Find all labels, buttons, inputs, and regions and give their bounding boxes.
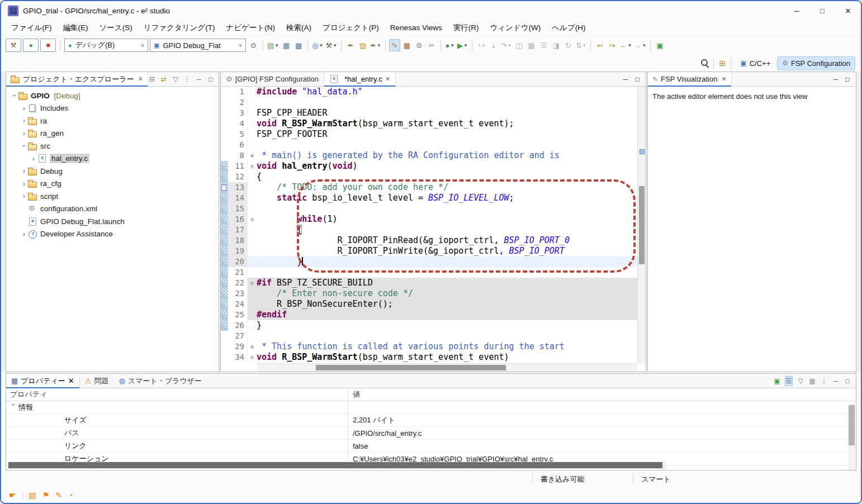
expand-arrow-icon[interactable]: › — [20, 192, 28, 200]
editor-vertical-scrollbar[interactable] — [637, 87, 646, 363]
back-icon[interactable]: ←▼ — [619, 39, 632, 51]
handbook-icon[interactable]: ▤ — [29, 491, 36, 500]
tree-item-ra-gen[interactable]: ›ra_gen — [6, 127, 219, 140]
dropdown-arrow-icon[interactable]: ▼ — [481, 43, 486, 48]
tree-item-hal-entry[interactable]: ›hal_entry.c — [6, 153, 219, 165]
launch-settings-gear-icon[interactable]: ⚙ — [248, 39, 259, 51]
view-menu-icon[interactable]: ⋮ — [820, 376, 828, 386]
dropdown-arrow-icon[interactable]: ▼ — [627, 43, 632, 48]
expand-arrow-icon[interactable]: › — [20, 167, 28, 175]
expand-arrow-icon[interactable]: › — [30, 155, 37, 163]
properties-vertical-scrollbar[interactable] — [848, 404, 855, 470]
fold-toggle-icon[interactable]: ⊖ — [247, 214, 257, 225]
fold-toggle-icon[interactable]: ⊖ — [247, 352, 257, 363]
property-row[interactable]: サイズ2,201 バイト — [6, 414, 856, 427]
minimize-view-icon[interactable]: ─ — [832, 376, 840, 386]
tab-properties[interactable]: ▦プロパティー✕ — [6, 374, 80, 388]
filter-icon[interactable]: ▽ — [797, 376, 804, 386]
menu-window[interactable]: ウィンドウ(W) — [484, 21, 546, 35]
flag-icon[interactable]: ⚑ — [42, 491, 50, 500]
run-history-icon[interactable]: ▶▼ — [457, 39, 468, 51]
code-generator-icon[interactable]: ✒ — [345, 39, 356, 51]
expand-arrow-icon[interactable]: › — [10, 403, 17, 411]
gear-icon[interactable]: ⚙ — [414, 39, 425, 51]
perspective-cpp[interactable]: ▣C/C++ — [736, 56, 775, 70]
last-edit-icon[interactable]: ↩ — [594, 39, 605, 51]
forward-icon[interactable]: →▼ — [633, 39, 647, 51]
menu-search[interactable]: 検索(A) — [281, 21, 317, 35]
dropdown-arrow-icon[interactable]: ▼ — [333, 43, 337, 48]
dropdown-arrow-icon[interactable]: ▼ — [319, 43, 324, 48]
tree-item-configuration-xml[interactable]: configuration.xml — [6, 203, 219, 216]
pin-editor-icon[interactable]: ▣ — [654, 39, 665, 51]
tree-item-launch[interactable]: GPIO Debug_Flat.launch — [6, 215, 219, 228]
dropdown-arrow-icon[interactable]: ▼ — [274, 43, 279, 48]
menu-source[interactable]: ソース(S) — [94, 21, 138, 35]
save-all-icon[interactable]: ▩ — [293, 39, 304, 51]
scrollbar-thumb[interactable] — [849, 405, 855, 445]
minimize-view-icon[interactable]: ─ — [622, 74, 629, 84]
minimize-view-icon[interactable]: ─ — [195, 74, 203, 84]
debug-button[interactable]: ● — [23, 39, 39, 52]
menu-project[interactable]: プロジェクト(P) — [317, 21, 385, 35]
close-window-button[interactable]: ✕ — [835, 1, 861, 20]
expand-arrow-icon[interactable]: › — [11, 92, 18, 99]
launch-config-combo[interactable]: ▣ GPIO Debug_Flat ˅ — [150, 39, 246, 52]
fold-toggle-icon[interactable]: ⊖ — [247, 278, 257, 288]
open-resource-icon[interactable]: ▨ — [357, 39, 368, 51]
column-header-property[interactable]: プロパティ — [6, 388, 348, 401]
properties-horizontal-scrollbar[interactable] — [7, 462, 666, 469]
editor-horizontal-scrollbar[interactable] — [257, 363, 637, 372]
generate-report-icon[interactable]: ✒▼ — [370, 39, 382, 51]
restore-view-icon[interactable]: ▦ — [808, 376, 816, 386]
expand-arrow-icon[interactable]: › — [20, 130, 28, 137]
pencil-icon[interactable]: ✎ — [55, 491, 62, 500]
debug-history-icon[interactable]: ●▼ — [444, 39, 456, 51]
close-icon[interactable]: ✕ — [385, 75, 390, 83]
tree-item-debug[interactable]: ›Debug — [6, 165, 219, 178]
fold-toggle-icon[interactable]: ⊕ — [247, 341, 257, 352]
scrollbar-thumb[interactable] — [639, 186, 645, 264]
code-editor[interactable]: 1#include "hal_data.h"23FSP_CPP_HEADER4v… — [221, 87, 637, 363]
property-row[interactable]: パス/GPIO/src/hal_entry.c — [6, 427, 856, 440]
fold-toggle-icon[interactable]: ⊕ — [247, 150, 257, 161]
scrollbar-thumb[interactable] — [8, 462, 662, 468]
tree-item-gpio[interactable]: ›GPIO [Debug] — [6, 89, 219, 102]
tab-fsp-configuration[interactable]: ⚙[GPIO] FSP Configuration — [221, 72, 324, 87]
menu-edit[interactable]: 編集(E) — [58, 21, 94, 35]
collapse-all-icon[interactable]: ⊟ — [148, 74, 156, 84]
clean-icon[interactable]: ✂ — [426, 39, 437, 51]
perspective-fsp[interactable]: ⚙FSP Configuration — [777, 56, 855, 70]
tab-project-explorer[interactable]: プロジェクト・エクスプローラー ✕ — [6, 72, 148, 87]
build-target-icon[interactable]: ▦ — [401, 39, 413, 51]
link-editor-icon[interactable]: ⇄ — [160, 74, 168, 84]
close-icon[interactable]: ✕ — [721, 75, 726, 83]
menu-run[interactable]: 実行(R) — [448, 21, 485, 35]
menu-refactor[interactable]: リファクタリング(T) — [138, 21, 221, 35]
menu-navigate[interactable]: ナビゲート(N) — [220, 21, 281, 35]
maximize-view-icon[interactable]: □ — [844, 74, 851, 84]
dropdown-arrow-icon[interactable]: ▼ — [450, 43, 454, 48]
recent-icon[interactable]: ◔ — [68, 491, 73, 500]
highlighter-icon[interactable]: ✎ — [389, 39, 400, 51]
maximize-window-button[interactable]: □ — [809, 1, 835, 20]
skip-breakpoints-icon[interactable]: ◎▼ — [311, 39, 324, 51]
maximize-view-icon[interactable]: □ — [207, 74, 215, 84]
menu-file[interactable]: ファイル(F) — [6, 21, 58, 35]
debug-mode-combo[interactable]: ● デバッグ(B) ˅ — [64, 39, 148, 52]
show-tree-icon[interactable]: ☰ — [785, 376, 793, 386]
tree-item-ra-cfg[interactable]: ›ra_cfg — [6, 178, 219, 191]
view-menu-icon[interactable]: ⋮ — [183, 74, 191, 84]
expand-arrow-icon[interactable]: › — [20, 180, 28, 188]
tab-fsp-visualization[interactable]: ✎ FSP Visualization ✕ — [648, 72, 732, 87]
tree-item-developer-assistance[interactable]: ›Developer Assistance — [6, 228, 219, 241]
close-icon[interactable]: ✕ — [68, 377, 74, 385]
minimize-view-icon[interactable]: ─ — [832, 74, 840, 84]
tree-item-script[interactable]: ›script — [6, 190, 219, 203]
tree-item-includes[interactable]: ›Includes — [6, 102, 219, 115]
search-icon[interactable] — [701, 59, 709, 67]
expand-arrow-icon[interactable]: › — [20, 104, 28, 112]
terminate-button[interactable]: ■ — [40, 39, 56, 52]
maximize-view-icon[interactable]: □ — [633, 74, 641, 84]
tab-problems[interactable]: ⚠問題 — [80, 374, 114, 388]
